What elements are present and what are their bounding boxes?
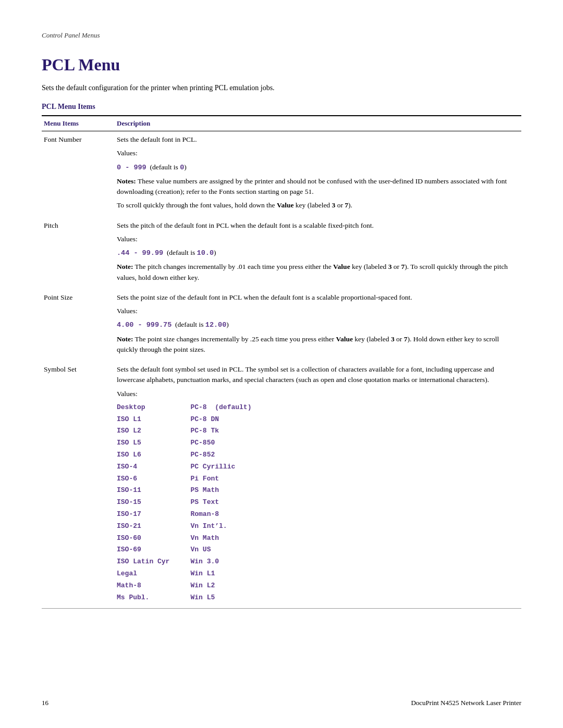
footer-product: DocuPrint N4525 Network Laser Printer: [411, 699, 521, 707]
page-header: Control Panel Menus: [42, 31, 521, 40]
row-desc-symbol-set: Sets the default font symbol set used in…: [115, 361, 521, 609]
table-row: Point Size Sets the point size of the de…: [42, 289, 521, 361]
col-header-menu: Menu Items: [42, 116, 115, 131]
row-item-symbol-set: Symbol Set: [42, 361, 115, 609]
pcl-menu-table: Menu Items Description Font Number Sets …: [42, 115, 521, 609]
intro-text: Sets the default configuration for the p…: [42, 84, 521, 92]
col-header-desc: Description: [115, 116, 521, 131]
row-item-pitch: Pitch: [42, 217, 115, 289]
footer-page-number: 16: [42, 699, 48, 707]
table-row: Symbol Set Sets the default font symbol …: [42, 361, 521, 609]
row-desc-font-number: Sets the default font in PCL. Values: 0 …: [115, 131, 521, 217]
row-desc-pitch: Sets the pitch of the default font in PC…: [115, 217, 521, 289]
row-item-point-size: Point Size: [42, 289, 115, 361]
row-desc-point-size: Sets the point size of the default font …: [115, 289, 521, 361]
page-footer: 16 DocuPrint N4525 Network Laser Printer: [42, 699, 521, 707]
symbol-col-left: Desktop ISO L1 ISO L2 ISO L5 ISO L6 ISO-…: [117, 402, 169, 603]
table-row: Pitch Sets the pitch of the default font…: [42, 217, 521, 289]
row-item-font-number: Font Number: [42, 131, 115, 217]
page-title: PCL Menu: [42, 55, 521, 75]
section-heading: PCL Menu Items: [42, 103, 521, 111]
table-row: Font Number Sets the default font in PCL…: [42, 131, 521, 217]
symbol-value-table: Desktop ISO L1 ISO L2 ISO L5 ISO L6 ISO-…: [117, 402, 519, 603]
symbol-col-right: PC-8 (default) PC-8 DN PC-8 Tk PC-850 PC…: [190, 402, 251, 603]
